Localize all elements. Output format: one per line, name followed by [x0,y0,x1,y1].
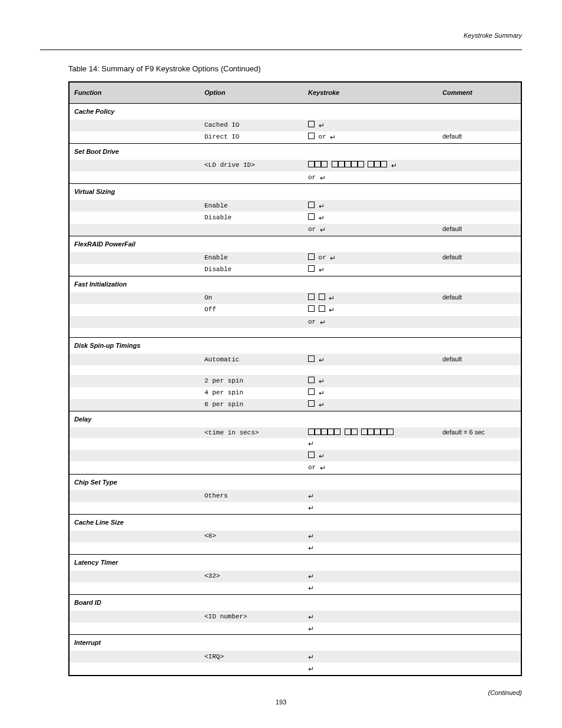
cell-option: <LD drive ID> [200,160,303,172]
cell-comment [438,651,521,663]
cell-option: 2 per spin [200,375,303,387]
key-box-icon [319,305,325,312]
table-row: <LD drive ID><LD drive ID> ↵ [70,160,521,172]
cell-keystroke: ↵ [303,611,438,622]
return-icon: ↵ [319,388,325,398]
section-name: Disk Spin-up Timings [70,338,521,354]
cell-option: Off [200,304,303,316]
cell-keystroke: or ↵ [303,316,438,328]
cell-option: Enable [200,200,303,212]
section-name: Board ID [70,595,521,611]
key-box-icon [308,213,315,220]
key-box-icon [345,161,351,167]
cell-option [200,622,303,634]
key-box-icon [351,429,358,435]
key-box-icon [319,294,325,300]
table-caption: Table 14: Summary of F9 Keystroke Option… [68,64,522,73]
section-name: Virtual Sizing [70,184,521,200]
key-box-icon [374,429,381,435]
key-box-icon [308,253,315,260]
section: Latency Timer<32>↵↵ [70,555,521,595]
return-icon: ↵ [319,121,325,130]
cell-function [70,387,200,399]
table-row: EnableE ↵ [70,200,521,212]
cell-keystroke: D or ↵ [303,131,438,143]
return-icon: ↵ [320,318,326,327]
key-box-icon [308,294,315,300]
return-icon: ↵ [320,225,326,235]
key-box-icon [308,133,315,139]
cell-function [70,450,200,462]
cell-keystroke: ↵ [303,651,438,663]
page-header-right: Keystroke Summary [40,32,522,39]
return-icon: ↵ [308,664,314,674]
section-name: Fast Initialization [70,276,521,292]
cell-keystroke: D ↵ [303,264,438,276]
cell-keystroke: ↵ [303,502,438,514]
key-box-icon [368,161,374,167]
section-name: FlexRAID PowerFail [70,236,521,252]
cell-keystroke: O F ↵ [303,304,438,316]
table-continued-footer: (Continued) [40,689,522,696]
cell-function [70,490,200,502]
key-box-icon [358,161,364,167]
table-row: ↵ [70,502,521,514]
table-row: 4 per spin4 ↵ [70,387,521,399]
key-box-icon [308,388,315,395]
table-row: <8>↵ [70,531,521,542]
cell-keystroke: 2 ↵ [303,375,438,387]
cell-option [200,450,303,462]
table-row: OffO F ↵ [70,304,521,316]
key-box-icon [315,161,321,167]
section-name: Delay [70,411,521,427]
section: Fast InitializationOnO N ↵defaultOffO F … [70,276,521,338]
cell-comment [438,502,521,514]
key-box-icon [381,161,387,167]
cell-function [70,304,200,316]
return-icon: ↵ [319,202,325,211]
cell-option: Disable [200,264,303,276]
cell-function [70,354,200,365]
key-box-icon [345,429,351,435]
cell-keystroke: O N ↵ [303,292,438,304]
cell-comment [438,542,521,554]
cell-keystroke: or ↵ [303,224,438,236]
cell-function [70,120,200,131]
return-icon: ↵ [320,173,326,183]
key-box-icon [308,452,315,458]
table-row: EnableE or ↵default [70,252,521,264]
cell-keystroke: ↵ [303,582,438,594]
section-name: Latency Timer [70,555,521,571]
section: Cache Line Size<8>↵↵ [70,515,521,555]
cell-function [70,438,200,450]
cell-keystroke: A ↵ [303,354,438,365]
table-body: Cache PolicyCached IOC ↵Direct IOD or ↵d… [70,104,521,675]
cell-keystroke: <time in secs> [303,427,438,438]
table-row: 6 per spin6 ↵ [70,399,521,411]
return-icon: ↵ [308,653,314,662]
cell-keystroke: 6 ↵ [303,450,438,462]
cell-comment [438,571,521,582]
section: Set Boot Drive<LD drive ID><LD drive ID>… [70,144,521,184]
cell-function [70,264,200,276]
cell-comment [438,399,521,411]
cell-function [70,375,200,387]
table-row: or ↵ [70,172,521,183]
cell-comment [438,490,521,502]
key-box-icon [374,161,381,167]
cell-option [200,438,303,450]
return-icon: ↵ [319,265,325,275]
return-icon: ↵ [329,305,335,315]
key-box-icon [308,400,315,407]
cell-comment [438,212,521,223]
section-name: Set Boot Drive [70,144,521,160]
cell-function [70,571,200,582]
table-row: 6 ↵ [70,450,521,462]
cell-keystroke: ↵ [303,490,438,502]
return-icon: ↵ [308,612,314,622]
key-box-icon [321,429,328,435]
cell-comment [438,304,521,316]
table-row: DisableD ↵ [70,212,521,223]
table-row: or ↵ [70,316,521,328]
key-box-icon [308,377,315,383]
